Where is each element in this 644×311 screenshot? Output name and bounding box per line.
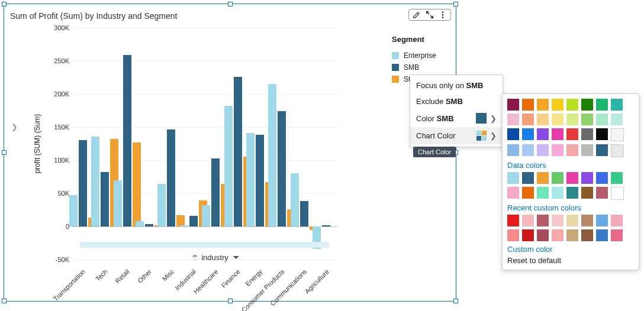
bar[interactable] (202, 205, 210, 226)
collapse-y-axis-chevron-icon[interactable]: ❯ (11, 122, 18, 131)
color-swatch[interactable] (566, 99, 578, 111)
bar[interactable] (167, 129, 175, 226)
color-swatch[interactable] (611, 215, 623, 226)
bar[interactable] (114, 180, 122, 226)
color-swatch[interactable] (566, 144, 578, 156)
color-swatch[interactable] (596, 99, 608, 111)
color-swatch[interactable] (507, 114, 519, 125)
bar[interactable] (234, 77, 242, 226)
selection-handle[interactable] (2, 2, 7, 7)
x-scroll-track[interactable] (72, 242, 337, 248)
color-swatch[interactable] (611, 144, 624, 157)
color-swatch[interactable] (537, 187, 549, 199)
color-swatch[interactable] (566, 172, 578, 184)
menu-exclude[interactable]: Exclude SMB (410, 93, 503, 109)
color-swatch[interactable] (537, 229, 549, 241)
selection-handle[interactable] (2, 299, 7, 303)
color-swatch[interactable] (566, 215, 578, 226)
bar[interactable] (123, 55, 131, 226)
menu-color-series[interactable]: Color SMB ❯ (410, 109, 503, 127)
color-swatch[interactable] (507, 144, 519, 156)
bar[interactable] (145, 224, 153, 226)
bar[interactable] (79, 140, 87, 226)
color-swatch[interactable] (522, 128, 534, 140)
color-swatch[interactable] (522, 172, 534, 184)
palette-reset-default[interactable]: Reset to default (507, 256, 634, 265)
x-axis-title[interactable]: za→ industry (192, 253, 239, 262)
bar[interactable] (268, 84, 276, 226)
color-swatch[interactable] (537, 128, 549, 140)
bar[interactable] (291, 173, 299, 226)
color-swatch[interactable] (581, 99, 593, 111)
selection-handle[interactable] (228, 2, 233, 7)
color-swatch[interactable] (552, 99, 564, 111)
color-swatch[interactable] (611, 99, 623, 111)
bar[interactable] (224, 106, 233, 226)
color-swatch[interactable] (581, 172, 593, 184)
bar[interactable] (211, 158, 220, 226)
color-swatch[interactable] (581, 144, 593, 156)
bar[interactable] (91, 137, 99, 226)
scroll-right-cap[interactable] (329, 242, 337, 248)
bar[interactable] (300, 201, 308, 226)
color-swatch[interactable] (566, 114, 578, 125)
bar[interactable] (101, 172, 109, 226)
color-swatch[interactable] (537, 99, 549, 111)
bar[interactable] (278, 111, 286, 226)
color-swatch[interactable] (566, 229, 578, 241)
color-swatch[interactable] (537, 114, 549, 125)
color-swatch[interactable] (611, 114, 623, 125)
color-swatch[interactable] (522, 99, 534, 111)
kebab-menu-icon[interactable] (439, 11, 447, 19)
color-swatch[interactable] (507, 187, 519, 199)
bar[interactable] (189, 216, 198, 226)
sort-icon[interactable]: za→ (192, 254, 197, 262)
selection-handle[interactable] (453, 299, 458, 303)
color-swatch[interactable] (566, 128, 578, 140)
color-swatch[interactable] (507, 128, 519, 140)
color-swatch[interactable] (552, 144, 564, 156)
color-swatch[interactable] (522, 114, 534, 125)
color-swatch[interactable] (596, 229, 608, 241)
color-swatch[interactable] (552, 229, 564, 241)
color-swatch[interactable] (537, 172, 549, 184)
chevron-down-icon[interactable] (233, 256, 239, 259)
color-swatch[interactable] (596, 215, 608, 226)
color-swatch[interactable] (581, 187, 593, 199)
color-swatch[interactable] (522, 215, 534, 226)
pencil-icon[interactable] (413, 11, 421, 19)
color-swatch[interactable] (596, 172, 608, 184)
color-swatch[interactable] (552, 114, 564, 125)
color-swatch[interactable] (596, 187, 608, 199)
color-swatch[interactable] (507, 229, 519, 241)
color-swatch[interactable] (611, 128, 624, 141)
color-swatch[interactable] (611, 172, 623, 184)
menu-focus-only[interactable]: Focus only on SMB (410, 77, 503, 93)
color-swatch[interactable] (611, 229, 623, 241)
color-swatch[interactable] (507, 172, 519, 184)
color-swatch[interactable] (596, 128, 608, 140)
color-swatch[interactable] (522, 144, 534, 156)
color-swatch[interactable] (566, 187, 578, 199)
legend-item[interactable]: SMB (392, 61, 451, 73)
bar[interactable] (180, 225, 188, 226)
color-swatch[interactable] (507, 215, 519, 226)
bar[interactable] (246, 133, 255, 226)
color-swatch[interactable] (552, 172, 564, 184)
expand-icon[interactable] (426, 11, 434, 19)
color-swatch[interactable] (596, 114, 608, 125)
bar[interactable] (256, 135, 264, 226)
menu-chart-color[interactable]: Chart Color ❯ (410, 127, 503, 144)
color-swatch[interactable] (552, 187, 564, 199)
color-swatch[interactable] (552, 215, 564, 226)
color-swatch[interactable] (611, 187, 624, 200)
bar[interactable] (322, 225, 330, 226)
selection-handle[interactable] (2, 150, 7, 155)
color-swatch[interactable] (581, 215, 593, 226)
color-swatch[interactable] (537, 144, 549, 156)
legend-item[interactable]: Enterprise (392, 50, 451, 61)
bar[interactable] (157, 184, 166, 226)
color-swatch[interactable] (552, 128, 564, 140)
palette-custom-color-link[interactable]: Custom color (507, 245, 634, 254)
color-swatch[interactable] (596, 144, 608, 156)
